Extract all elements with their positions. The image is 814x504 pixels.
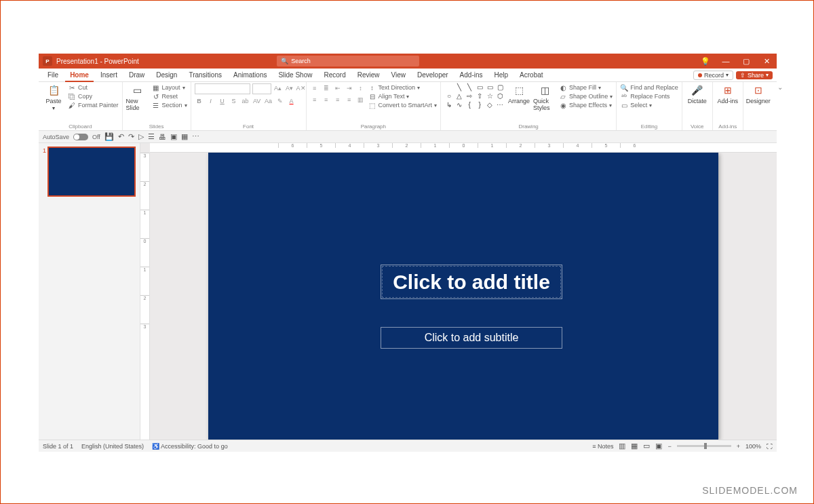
text-direction-button[interactable]: ↕Text Direction▾ xyxy=(368,83,438,92)
start-from-beginning-icon[interactable]: ▷ xyxy=(138,132,144,141)
font-size-combo[interactable] xyxy=(252,83,271,94)
justify-button[interactable]: ≡ xyxy=(345,95,354,104)
indent-dec-button[interactable]: ⇤ xyxy=(333,83,343,93)
shape-circle-icon[interactable]: ○ xyxy=(444,92,454,100)
case-button[interactable]: Aa xyxy=(264,96,273,106)
save-icon[interactable]: 💾 xyxy=(104,132,114,141)
tab-file[interactable]: File xyxy=(43,69,63,82)
tab-slideshow[interactable]: Slide Show xyxy=(273,69,317,82)
reading-view-icon[interactable]: ▭ xyxy=(643,442,650,450)
sorter-view-icon[interactable]: ▦ xyxy=(631,442,638,450)
shape-outline-button[interactable]: ▱Shape Outline▾ xyxy=(559,92,613,100)
share-button[interactable]: ⇧Share▾ xyxy=(736,71,773,79)
align-right-button[interactable]: ≡ xyxy=(333,95,343,104)
zoom-slider[interactable] xyxy=(677,445,731,447)
autosave-toggle[interactable] xyxy=(73,134,88,140)
shape-line-icon[interactable] xyxy=(444,83,454,92)
clear-format-button[interactable]: A✕ xyxy=(296,83,306,93)
designer-button[interactable]: ⊡Designer xyxy=(747,83,770,104)
undo-icon[interactable]: ↶ xyxy=(118,132,124,141)
smartart-button[interactable]: ⬚Convert to SmartArt▾ xyxy=(368,101,438,109)
slide-canvas[interactable]: Click to add title Click to add subtitle xyxy=(208,153,718,440)
font-color-button[interactable]: A xyxy=(287,96,296,106)
slide-thumbnail-pane[interactable]: 1 xyxy=(39,143,140,440)
language-status[interactable]: English (United States) xyxy=(81,443,144,450)
tab-view[interactable]: View xyxy=(387,69,411,82)
tab-record[interactable]: Record xyxy=(319,69,350,82)
minimize-button[interactable]: — xyxy=(716,54,736,69)
tab-insert[interactable]: Insert xyxy=(96,69,122,82)
preview-icon[interactable]: ▣ xyxy=(170,132,177,141)
underline-button[interactable]: U xyxy=(218,96,227,106)
slide-counter[interactable]: Slide 1 of 1 xyxy=(43,443,73,450)
record-button[interactable]: Record▾ xyxy=(693,71,733,80)
tab-developer[interactable]: Developer xyxy=(412,69,453,82)
strike-button[interactable]: S xyxy=(229,96,239,106)
layout-button[interactable]: ▦Layout▾ xyxy=(152,83,187,92)
line-spacing-button[interactable]: ↕ xyxy=(356,83,366,93)
indent-inc-button[interactable]: ⇥ xyxy=(345,83,354,93)
select-button[interactable]: ▭Select▾ xyxy=(620,101,678,109)
touch-mode-icon[interactable]: ☰ xyxy=(148,132,155,141)
copy-button[interactable]: ⿻Copy xyxy=(68,92,119,100)
zoom-level[interactable]: 100% xyxy=(745,443,761,450)
shape-connector-icon[interactable]: ↳ xyxy=(444,101,454,109)
tab-transitions[interactable]: Transitions xyxy=(184,69,227,82)
normal-view-icon[interactable]: ▥ xyxy=(619,442,625,450)
bold-button[interactable]: B xyxy=(195,96,204,106)
shape-effects-button[interactable]: ◉Shape Effects▾ xyxy=(559,101,613,109)
section-button[interactable]: ☰Section▾ xyxy=(152,101,187,109)
font-family-combo[interactable] xyxy=(195,83,250,94)
zoom-in-button[interactable]: + xyxy=(737,443,740,450)
subtitle-placeholder[interactable]: Click to add subtitle xyxy=(381,327,562,349)
accessibility-status[interactable]: ♿ Accessibility: Good to go xyxy=(152,443,228,450)
find-button[interactable]: 🔍Find and Replace xyxy=(620,83,678,92)
tab-draw[interactable]: Draw xyxy=(124,69,149,82)
bullets-button[interactable]: ≡ xyxy=(310,83,319,93)
shape-rect-icon[interactable]: ▭ xyxy=(485,83,495,92)
shape-brace-icon[interactable]: } xyxy=(475,101,484,109)
shape-arrow-icon[interactable]: ⇨ xyxy=(465,92,474,100)
notes-button[interactable]: ≡ Notes xyxy=(592,443,613,450)
slide-thumbnail[interactable]: 1 xyxy=(43,147,136,196)
horizontal-ruler[interactable]: 6 5 4 3 2 1 0 1 2 3 4 5 6 xyxy=(150,143,777,153)
align-left-button[interactable]: ≡ xyxy=(310,95,319,104)
grow-font-button[interactable]: A▴ xyxy=(273,83,283,93)
tab-review[interactable]: Review xyxy=(353,69,385,82)
replace-button[interactable]: ᵃᵇReplace Fonts xyxy=(620,92,678,100)
dictate-button[interactable]: 🎤Dictate xyxy=(686,83,709,104)
reset-button[interactable]: ↺Reset xyxy=(152,92,187,100)
shape-star-icon[interactable]: ☆ xyxy=(485,92,495,100)
shape-curve-icon[interactable]: ∿ xyxy=(454,101,464,109)
grid-icon[interactable]: ▦ xyxy=(181,132,188,141)
shape-line-icon[interactable]: ╲ xyxy=(454,83,464,92)
quick-styles-button[interactable]: ◫Quick Styles xyxy=(533,83,556,111)
more-icon[interactable]: ⋯ xyxy=(192,132,199,141)
collapse-ribbon-button[interactable]: ⌄ xyxy=(773,82,787,130)
shape-fill-button[interactable]: ◐Shape Fill▾ xyxy=(559,83,613,92)
shrink-font-button[interactable]: A▾ xyxy=(285,83,294,93)
search-box[interactable]: 🔍 Search xyxy=(277,56,419,66)
shape-rrect-icon[interactable]: ▢ xyxy=(495,83,505,92)
thumbnail-preview[interactable] xyxy=(48,147,135,196)
fit-window-icon[interactable]: ⛶ xyxy=(767,443,773,450)
slideshow-view-icon[interactable]: ▣ xyxy=(655,442,662,450)
shape-arrow-icon[interactable]: ⇧ xyxy=(475,92,484,100)
highlight-button[interactable]: ✎ xyxy=(275,96,285,106)
addins-button[interactable]: ⊞Add-ins xyxy=(716,83,739,104)
numbering-button[interactable]: ≣ xyxy=(322,83,331,93)
align-center-button[interactable]: ≡ xyxy=(322,95,331,104)
tab-acrobat[interactable]: Acrobat xyxy=(515,69,547,82)
subtitle-text[interactable]: Click to add subtitle xyxy=(381,328,562,348)
help-icon[interactable]: 💡 xyxy=(695,54,716,69)
arrange-button[interactable]: ⬚Arrange xyxy=(507,83,530,104)
tab-help[interactable]: Help xyxy=(490,69,513,82)
title-placeholder[interactable]: Click to add title xyxy=(381,265,562,299)
redo-icon[interactable]: ↷ xyxy=(128,132,134,141)
spacing-button[interactable]: AV xyxy=(252,96,262,106)
new-slide-button[interactable]: ▭ New Slide xyxy=(126,83,149,111)
cut-button[interactable]: ✂Cut xyxy=(68,83,119,92)
title-text[interactable]: Click to add title xyxy=(381,265,562,298)
close-button[interactable]: ✕ xyxy=(756,54,777,69)
print-icon[interactable]: 🖶 xyxy=(159,133,166,141)
